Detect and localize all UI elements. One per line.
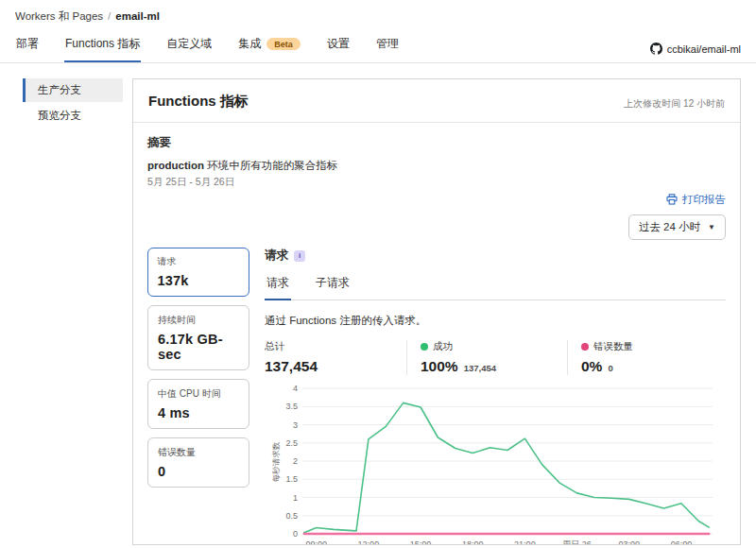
tab-custom-domains[interactable]: 自定义域 (165, 29, 213, 62)
github-icon (650, 43, 662, 55)
sidebar-item-production-branch[interactable]: 生产分支 (23, 78, 123, 102)
breadcrumb-current-project: email-ml (115, 10, 160, 22)
svg-text:1.5: 1.5 (285, 474, 298, 484)
metric-label: 错误数量 (158, 446, 239, 459)
stat-label: 错误数量 (593, 340, 633, 353)
content-layout: 生产分支 预览分支 Functions 指标 上次修改时间 12 小时前 摘要 … (0, 63, 756, 545)
svg-text:3.5: 3.5 (285, 402, 298, 411)
print-report-label: 打印报告 (682, 193, 726, 207)
report-controls: 打印报告 过去 24 小时 ▼ (147, 193, 726, 240)
repo-name: ccbikai/email-ml (667, 43, 741, 55)
svg-text:周日 26: 周日 26 (562, 539, 592, 545)
time-range-value: 过去 24 小时 (639, 220, 700, 234)
time-range-dropdown[interactable]: 过去 24 小时 ▼ (628, 214, 726, 240)
chart-y-axis-label: 每秒请求数 (271, 429, 283, 495)
stat-label: 成功 (433, 340, 453, 353)
environment-name: production (147, 160, 204, 171)
svg-text:1: 1 (293, 493, 298, 503)
success-dot-icon (421, 343, 428, 351)
printer-icon (666, 194, 678, 207)
stat-value: 100% (421, 358, 458, 375)
requests-heading-label: 请求 (265, 248, 288, 264)
panel-body: 摘要 production 环境中所有功能的聚合指标 5月 25日 - 5月 2… (133, 123, 740, 545)
date-range-label: 5月 25日 - 5月 26日 (147, 176, 726, 189)
svg-text:4: 4 (293, 384, 298, 393)
svg-text:0.5: 0.5 (285, 511, 298, 521)
top-tab-bar: 部署 Functions 指标 自定义域 集成 Beta 设置 管理 ccbik… (0, 29, 756, 63)
metric-label: 中值 CPU 时间 (158, 387, 239, 401)
github-repo-link[interactable]: ccbikai/email-ml (650, 43, 741, 62)
svg-text:15:00: 15:00 (410, 539, 432, 545)
svg-text:12:00: 12:00 (358, 539, 380, 545)
stat-sub-value: 137,454 (464, 363, 496, 373)
svg-text:06:00: 06:00 (671, 539, 693, 545)
chevron-down-icon: ▼ (708, 223, 715, 231)
info-icon[interactable]: i (294, 250, 305, 262)
metric-card-median-cpu[interactable]: 中值 CPU 时间 4 ms (147, 379, 249, 429)
stat-label: 总计 (265, 340, 284, 353)
svg-text:3: 3 (293, 420, 298, 430)
summary-heading: 摘要 (147, 135, 726, 151)
branch-sidebar: 生产分支 预览分支 (23, 78, 123, 545)
requests-heading: 请求 i (265, 248, 726, 264)
tab-label: 部署 (16, 36, 39, 52)
svg-text:09:00: 09:00 (305, 539, 327, 545)
svg-text:03:00: 03:00 (618, 539, 640, 545)
tab-label: 设置 (327, 36, 350, 52)
metric-card-errors[interactable]: 错误数量 0 (147, 437, 249, 488)
breadcrumb: Workers 和 Pages/email-ml (0, 0, 756, 26)
metric-value: 137k (157, 273, 239, 288)
svg-text:21:00: 21:00 (514, 539, 536, 545)
last-modified-label: 上次修改时间 12 小时前 (624, 97, 725, 111)
stat-sub-value: 0 (608, 363, 612, 373)
metric-label: 持续时间 (158, 314, 239, 327)
tab-label: 自定义域 (166, 36, 212, 52)
tab-settings[interactable]: 设置 (326, 29, 351, 62)
print-report-link[interactable]: 打印报告 (666, 193, 726, 207)
page-title: Functions 指标 (148, 93, 249, 111)
requests-sub-tabs: 请求 子请求 (265, 273, 726, 300)
metric-card-duration[interactable]: 持续时间 6.17k GB-sec (147, 305, 249, 370)
requests-line-chart: 00.511.522.533.5409:0012:0015:0018:0021:… (274, 381, 720, 545)
metric-label: 请求 (157, 255, 239, 268)
requests-description: 通过 Functions 注册的传入请求。 (265, 314, 726, 328)
stat-value: 137,454 (265, 358, 318, 375)
metric-value: 4 ms (158, 405, 239, 420)
requests-chart-area: 每秒请求数 00.511.522.533.5409:0012:0015:0018… (265, 381, 726, 545)
functions-metrics-panel: Functions 指标 上次修改时间 12 小时前 摘要 production… (132, 78, 741, 545)
requests-stats: 总计 137,454 成功 100%137,454 错误数量 0%0 (265, 340, 726, 375)
summary-description: 环境中所有功能的聚合指标 (207, 160, 337, 171)
tab-label: Functions 指标 (65, 36, 140, 52)
metric-card-requests[interactable]: 请求 137k (147, 248, 249, 297)
beta-badge: Beta (266, 38, 301, 50)
tab-label: 管理 (376, 36, 399, 52)
metric-value: 6.17k GB-sec (158, 332, 239, 362)
tab-label: 集成 (238, 36, 261, 52)
svg-text:2.5: 2.5 (285, 438, 298, 448)
subtab-subrequests[interactable]: 子请求 (314, 273, 352, 300)
stat-total: 总计 137,454 (265, 340, 406, 375)
tab-integrations[interactable]: 集成 Beta (237, 29, 301, 62)
tab-manage[interactable]: 管理 (375, 29, 400, 62)
stat-success: 成功 100%137,454 (406, 340, 567, 375)
metric-value: 0 (158, 464, 239, 479)
svg-text:0: 0 (293, 529, 298, 539)
tab-deployments[interactable]: 部署 (15, 29, 40, 62)
metrics-section: 请求 137k 持续时间 6.17k GB-sec 中值 CPU 时间 4 ms… (147, 248, 726, 545)
error-dot-icon (581, 343, 589, 351)
stat-value: 0% (581, 358, 602, 375)
subtab-requests[interactable]: 请求 (265, 273, 291, 300)
breadcrumb-workers-pages[interactable]: Workers 和 Pages (15, 10, 103, 22)
sidebar-item-preview-branch[interactable]: 预览分支 (23, 104, 123, 128)
stat-errors: 错误数量 0%0 (567, 340, 633, 375)
svg-text:2: 2 (293, 456, 298, 466)
summary-block: 摘要 production 环境中所有功能的聚合指标 5月 25日 - 5月 2… (147, 135, 726, 189)
svg-text:18:00: 18:00 (462, 539, 484, 545)
panel-header: Functions 指标 上次修改时间 12 小时前 (133, 79, 740, 123)
metric-cards: 请求 137k 持续时间 6.17k GB-sec 中值 CPU 时间 4 ms… (147, 248, 249, 545)
requests-detail: 请求 i 请求 子请求 通过 Functions 注册的传入请求。 总计 137… (265, 248, 726, 545)
tab-functions-metrics[interactable]: Functions 指标 (64, 29, 141, 62)
breadcrumb-separator: / (108, 10, 111, 22)
